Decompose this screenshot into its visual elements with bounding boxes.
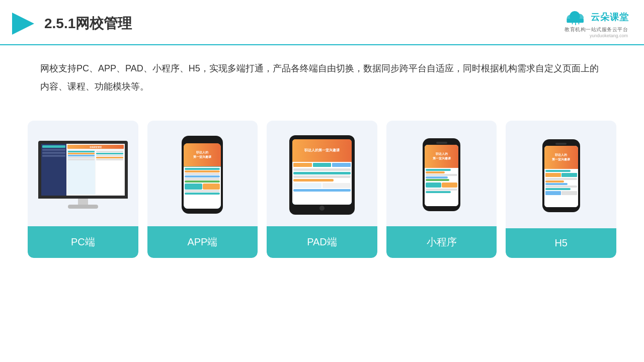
monitor-device: 在线课堂管理 [38, 141, 128, 209]
card-image-app: 职达人的第一堂兴趣课 [147, 121, 258, 226]
card-pc: 在线课堂管理 [28, 121, 138, 258]
card-label-pc: PC端 [28, 226, 138, 258]
svg-rect-4 [567, 19, 584, 23]
card-image-pad: 职达人的第一堂兴趣课 [267, 121, 377, 226]
tablet-device: 职达人的第一堂兴趣课 [289, 135, 355, 215]
card-mini: 职达人的第一堂兴趣课 [386, 121, 497, 258]
card-image-mini: 职达人的第一堂兴趣课 [386, 121, 497, 226]
header-left: 2.5.1网校管理 [10, 11, 132, 37]
description: 网校支持PC、APP、PAD、小程序、H5，实现多端打通，产品各终端自由切换，数… [0, 45, 644, 101]
card-pad: 职达人的第一堂兴趣课 [267, 121, 377, 258]
phone-device-app: 职达人的第一堂兴趣课 [182, 136, 223, 214]
cloud-icon [564, 9, 588, 25]
page-title: 2.5.1网校管理 [44, 14, 132, 33]
logo-area: 云朵课堂 教育机构一站式服务云平台 yunduoketang.com [564, 9, 629, 38]
card-image-pc: 在线课堂管理 [28, 121, 138, 226]
card-label-app: APP端 [147, 226, 258, 258]
card-app: 职达人的第一堂兴趣课 [147, 121, 258, 258]
logo-text: 云朵课堂 [591, 11, 629, 23]
card-label-h5: H5 [506, 228, 616, 258]
card-image-h5: 职达人的第一堂兴趣课 [506, 121, 616, 228]
svg-marker-0 [12, 13, 34, 35]
header: 2.5.1网校管理 云朵课堂 教育机构一站式服务云平台 yunduoketang… [0, 0, 644, 45]
card-h5: 职达人的第一堂兴趣课 [506, 121, 616, 258]
play-icon [10, 11, 36, 37]
monitor-screen: 在线课堂管理 [38, 141, 128, 199]
cards-container: 在线课堂管理 [0, 106, 644, 273]
card-label-pad: PAD端 [267, 226, 377, 258]
logo-sub: 教育机构一站式服务云平台 [565, 26, 628, 33]
phone-device-h5: 职达人的第一堂兴趣课 [542, 139, 580, 212]
logo-url: yunduoketang.com [590, 33, 628, 38]
logo-cloud: 云朵课堂 [564, 9, 629, 25]
card-label-mini: 小程序 [386, 226, 497, 258]
phone-device-mini: 职达人的第一堂兴趣课 [423, 138, 460, 211]
